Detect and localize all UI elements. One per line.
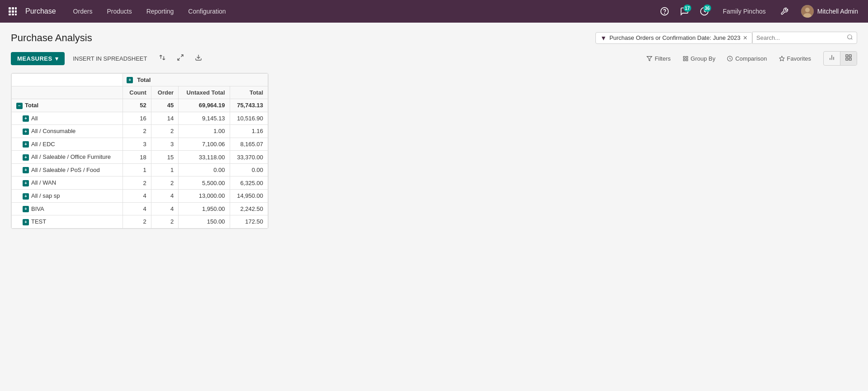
- row-label-text: Total: [25, 102, 38, 109]
- svg-rect-5: [15, 10, 17, 13]
- pivot-table: + Total Count Order Untaxed Total Total …: [11, 73, 268, 229]
- nav-orders[interactable]: Orders: [67, 5, 99, 18]
- cell-count: 1: [123, 163, 151, 176]
- total-col-header: + Total: [123, 74, 268, 86]
- clock-badge: 36: [703, 5, 711, 12]
- row-label-text: BIVA: [31, 205, 44, 212]
- chat-badge: 17: [684, 5, 691, 12]
- cell-order: 2: [151, 176, 178, 190]
- expand-icon[interactable]: [173, 51, 188, 66]
- svg-rect-22: [683, 59, 685, 61]
- chat-icon[interactable]: 17: [677, 4, 692, 19]
- cell-count: 16: [123, 112, 151, 125]
- search-box[interactable]: [752, 32, 857, 44]
- comparison-button[interactable]: Comparison: [722, 52, 772, 65]
- svg-rect-7: [12, 14, 14, 15]
- svg-rect-30: [849, 58, 851, 60]
- cell-total: 2,242.50: [230, 202, 268, 215]
- cell-count: 2: [123, 125, 151, 138]
- cell-order: 2: [151, 215, 178, 229]
- col-total: Total: [230, 86, 268, 99]
- svg-rect-2: [15, 7, 17, 10]
- nav-configuration[interactable]: Configuration: [182, 5, 232, 18]
- cell-total: 33,370.00: [230, 151, 268, 164]
- cell-total: 8,165.07: [230, 138, 268, 151]
- download-icon[interactable]: [191, 51, 206, 66]
- svg-rect-21: [686, 59, 688, 61]
- filter-icon: ▼: [600, 34, 607, 42]
- apps-icon[interactable]: [5, 4, 20, 19]
- svg-rect-28: [846, 55, 848, 57]
- app-name[interactable]: Purchase: [25, 7, 56, 15]
- cell-untaxed: 69,964.19: [179, 99, 230, 112]
- filters-button[interactable]: Filters: [642, 52, 675, 65]
- cell-order: 45: [151, 99, 178, 112]
- nav-reporting[interactable]: Reporting: [140, 5, 180, 18]
- svg-marker-24: [779, 56, 784, 61]
- row-expand-icon[interactable]: +: [23, 219, 29, 225]
- col-untaxed-total: Untaxed Total: [179, 86, 230, 99]
- svg-rect-8: [15, 14, 17, 15]
- cell-order: 2: [151, 125, 178, 138]
- tools-icon[interactable]: [777, 4, 792, 19]
- pivot-col-labels-row: Count Order Untaxed Total Total: [12, 86, 268, 99]
- table-row: +All / Consumable221.001.16: [12, 125, 268, 138]
- row-expand-icon[interactable]: +: [23, 180, 29, 186]
- table-row: +All / Saleable / Office Furniture181533…: [12, 151, 268, 164]
- favorites-button[interactable]: Favorites: [774, 52, 816, 65]
- row-label-text: All / WAN: [31, 179, 56, 186]
- svg-point-15: [848, 35, 852, 39]
- row-expand-icon[interactable]: −: [16, 103, 23, 109]
- navbar-icons: 17 36 Family Pinchos Mitchell Admi: [657, 3, 863, 19]
- table-row: +All / Saleable / PoS / Food110.000.00: [12, 163, 268, 176]
- filter-tag-close[interactable]: ×: [743, 34, 747, 42]
- row-label-text: All / EDC: [31, 141, 55, 148]
- row-expand-icon[interactable]: +: [23, 141, 29, 148]
- swap-icon[interactable]: [155, 51, 170, 66]
- user-menu[interactable]: Mitchell Admin: [797, 3, 863, 19]
- clock-icon[interactable]: 36: [697, 4, 712, 19]
- cell-count: 52: [123, 99, 151, 112]
- svg-point-13: [805, 8, 810, 12]
- total-col-expand[interactable]: +: [127, 77, 133, 83]
- table-row: +TEST22150.00172.50: [12, 215, 268, 229]
- cell-total: 1.16: [230, 125, 268, 138]
- svg-line-16: [851, 38, 853, 40]
- group-by-label: Group By: [691, 55, 716, 62]
- cell-untaxed: 33,118.00: [179, 151, 230, 164]
- row-label-text: All / Saleable / Office Furniture: [31, 153, 111, 160]
- cell-order: 3: [151, 138, 178, 151]
- cell-total: 75,743.13: [230, 99, 268, 112]
- insert-spreadsheet-button[interactable]: INSERT IN SPREADSHEET: [68, 52, 151, 65]
- cell-total: 172.50: [230, 215, 268, 229]
- favorites-label: Favorites: [787, 55, 811, 62]
- chart-view-button[interactable]: [824, 52, 840, 65]
- cell-untaxed: 1,950.00: [179, 202, 230, 215]
- group-by-button[interactable]: Group By: [678, 52, 721, 65]
- nav-products[interactable]: Products: [100, 5, 138, 18]
- cell-untaxed: 9,145.13: [179, 112, 230, 125]
- svg-rect-4: [12, 10, 14, 13]
- col-count: Count: [123, 86, 151, 99]
- row-label-text: All / Consumable: [31, 128, 75, 134]
- row-expand-icon[interactable]: +: [23, 154, 29, 161]
- measures-button[interactable]: MEASURES ▾: [11, 52, 65, 65]
- search-input[interactable]: [756, 34, 847, 41]
- cell-untaxed: 13,000.00: [179, 189, 230, 202]
- family-name[interactable]: Family Pinchos: [717, 5, 772, 18]
- svg-point-10: [664, 13, 665, 14]
- cell-total: 6,325.00: [230, 176, 268, 190]
- filters-label: Filters: [655, 55, 670, 62]
- page-title: Purchase Analysis: [11, 32, 590, 44]
- row-expand-icon[interactable]: +: [23, 193, 29, 200]
- cell-total: 0.00: [230, 163, 268, 176]
- search-icon[interactable]: [847, 34, 853, 42]
- support-icon[interactable]: [657, 4, 672, 19]
- row-expand-icon[interactable]: +: [23, 115, 29, 122]
- grid-view-button[interactable]: [840, 52, 857, 65]
- table-row: +BIVA441,950.002,242.50: [12, 202, 268, 215]
- page-header: Purchase Analysis ▼ Purchase Orders or C…: [11, 32, 857, 44]
- row-expand-icon[interactable]: +: [23, 206, 29, 212]
- row-expand-icon[interactable]: +: [23, 167, 29, 173]
- row-expand-icon[interactable]: +: [23, 129, 29, 135]
